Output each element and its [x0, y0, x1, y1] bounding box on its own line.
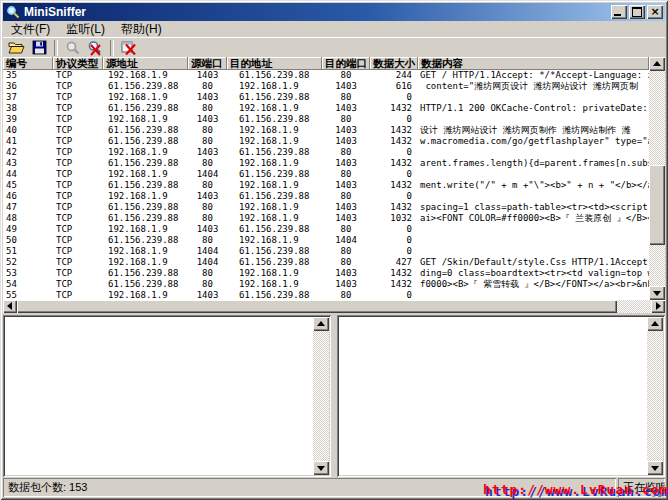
arrow-up-icon — [651, 321, 659, 326]
table-row[interactable]: 54TCP61.156.239.8880192.168.1.914031432f… — [3, 279, 649, 290]
cell: 50 — [3, 235, 53, 246]
cell: 61.156.239.88 — [227, 246, 322, 257]
cell: 80 — [322, 147, 370, 158]
cell: TCP — [53, 125, 103, 136]
cell — [418, 114, 649, 125]
cell: 192.168.1.9 — [103, 92, 188, 103]
cell: 48 — [3, 213, 53, 224]
cell: 61.156.239.88 — [103, 202, 188, 213]
table-row[interactable]: 51TCP192.168.1.9140461.156.239.88800 — [3, 246, 649, 257]
cell: 61.156.239.88 — [103, 213, 188, 224]
start-capture-button[interactable] — [61, 38, 84, 58]
cell: 61.156.239.88 — [103, 158, 188, 169]
table-row[interactable]: 53TCP61.156.239.8880192.168.1.914031432d… — [3, 268, 649, 279]
table-row[interactable]: 55TCP192.168.1.9140361.156.239.88800 — [3, 290, 649, 300]
scroll-up-button[interactable] — [313, 317, 329, 331]
scroll-up-button[interactable] — [647, 317, 663, 331]
cell: TCP — [53, 191, 103, 202]
table-row[interactable]: 40TCP61.156.239.8880192.168.1.914031432设… — [3, 125, 649, 136]
menu-file[interactable]: 文件(F) — [3, 20, 58, 39]
table-row[interactable]: 52TCP192.168.1.9140461.156.239.8880427GE… — [3, 257, 649, 268]
column-header-6[interactable]: 数据大小 — [370, 57, 418, 70]
table-row[interactable]: 49TCP192.168.1.9140361.156.239.88800 — [3, 224, 649, 235]
vertical-scroll-thumb[interactable] — [649, 165, 665, 245]
cell: 0 — [370, 147, 418, 158]
scroll-left-button[interactable] — [3, 300, 17, 313]
cell: 61.156.239.88 — [227, 92, 322, 103]
cell: TCP — [53, 169, 103, 180]
right-panel-scrollbar[interactable] — [647, 317, 663, 475]
cell: 80 — [188, 125, 227, 136]
exit-capture-button[interactable] — [117, 38, 140, 58]
scroll-down-button[interactable] — [647, 461, 663, 475]
cell: 1403 — [322, 202, 370, 213]
maximize-icon — [632, 7, 642, 17]
table-row[interactable]: 35TCP192.168.1.9140361.156.239.8880244GE… — [3, 70, 649, 81]
cell: TCP — [53, 136, 103, 147]
detail-panel-right[interactable] — [337, 315, 665, 477]
cell: 80 — [188, 235, 227, 246]
close-button[interactable]: × — [647, 5, 663, 19]
table-row[interactable]: 46TCP192.168.1.9140361.156.239.88800 — [3, 191, 649, 202]
horizontal-scroll-thumb[interactable] — [17, 300, 617, 313]
column-header-7[interactable]: 数据内容 — [418, 57, 649, 70]
table-row[interactable]: 36TCP61.156.239.8880192.168.1.91403616 c… — [3, 81, 649, 92]
cell: TCP — [53, 268, 103, 279]
table-row[interactable]: 39TCP192.168.1.9140361.156.239.88800 — [3, 114, 649, 125]
table-row[interactable]: 38TCP61.156.239.8880192.168.1.914031432H… — [3, 103, 649, 114]
table-row[interactable]: 42TCP192.168.1.9140361.156.239.88800 — [3, 147, 649, 158]
minimize-button[interactable] — [611, 5, 627, 19]
cell: 61.156.239.88 — [227, 169, 322, 180]
menu-help[interactable]: 帮助(H) — [113, 20, 170, 39]
table-row[interactable]: 44TCP192.168.1.9140461.156.239.88800 — [3, 169, 649, 180]
maximize-button[interactable] — [629, 5, 645, 19]
cell: 192.168.1.9 — [227, 81, 322, 92]
cell: 192.168.1.9 — [103, 246, 188, 257]
table-row[interactable]: 43TCP61.156.239.8880192.168.1.914031432a… — [3, 158, 649, 169]
cell: TCP — [53, 180, 103, 191]
menu-listen[interactable]: 监听(L) — [58, 20, 113, 39]
column-header-2[interactable]: 源地址 — [103, 57, 188, 70]
save-button[interactable] — [28, 38, 51, 58]
cell: 1403 — [188, 147, 227, 158]
cell: 53 — [3, 268, 53, 279]
titlebar[interactable]: MiniSniffer × — [3, 3, 665, 21]
open-button[interactable] — [5, 38, 28, 58]
cell: 80 — [322, 169, 370, 180]
scroll-up-button[interactable] — [649, 57, 665, 71]
table-row[interactable]: 45TCP61.156.239.8880192.168.1.914031432m… — [3, 180, 649, 191]
table-row[interactable]: 47TCP61.156.239.8880192.168.1.914031432s… — [3, 202, 649, 213]
arrow-up-icon — [653, 61, 661, 66]
left-panel-scrollbar[interactable] — [313, 317, 329, 475]
cell: 0 — [370, 224, 418, 235]
table-row[interactable]: 37TCP192.168.1.9140361.156.239.88800 — [3, 92, 649, 103]
cell: GET /Skin/Default/style.Css HTTP/1.1Acce… — [418, 257, 649, 268]
cell: 1403 — [322, 180, 370, 191]
stop-capture-icon — [87, 40, 104, 56]
cell: 61.156.239.88 — [227, 147, 322, 158]
table-vertical-scrollbar[interactable] — [649, 57, 665, 300]
cell: 61.156.239.88 — [103, 268, 188, 279]
stop-capture-button[interactable] — [84, 38, 107, 58]
table-row[interactable]: 50TCP61.156.239.8880192.168.1.914040 — [3, 235, 649, 246]
cell: 38 — [3, 103, 53, 114]
table-row[interactable]: 48TCP61.156.239.8880192.168.1.914031032a… — [3, 213, 649, 224]
cell: TCP — [53, 224, 103, 235]
cell: 61.156.239.88 — [103, 279, 188, 290]
cell: TCP — [53, 70, 103, 81]
cell: 61.156.239.88 — [103, 81, 188, 92]
detail-panel-left[interactable] — [3, 315, 331, 477]
cell: 61.156.239.88 — [227, 70, 322, 81]
table-row[interactable]: 41TCP61.156.239.8880192.168.1.914031432w… — [3, 136, 649, 147]
column-header-3[interactable]: 源端口 — [188, 57, 227, 70]
scroll-right-button[interactable] — [651, 300, 665, 313]
column-header-4[interactable]: 目的地址 — [227, 57, 322, 70]
column-header-1[interactable]: 协议类型 — [53, 57, 103, 70]
scroll-down-button[interactable] — [649, 286, 665, 300]
column-header-5[interactable]: 目的端口 — [322, 57, 370, 70]
cell: 1404 — [188, 257, 227, 268]
cell: 192.168.1.9 — [103, 147, 188, 158]
table-horizontal-scrollbar[interactable] — [3, 300, 665, 313]
column-header-0[interactable]: 编号 — [3, 57, 53, 70]
scroll-down-button[interactable] — [313, 461, 329, 475]
